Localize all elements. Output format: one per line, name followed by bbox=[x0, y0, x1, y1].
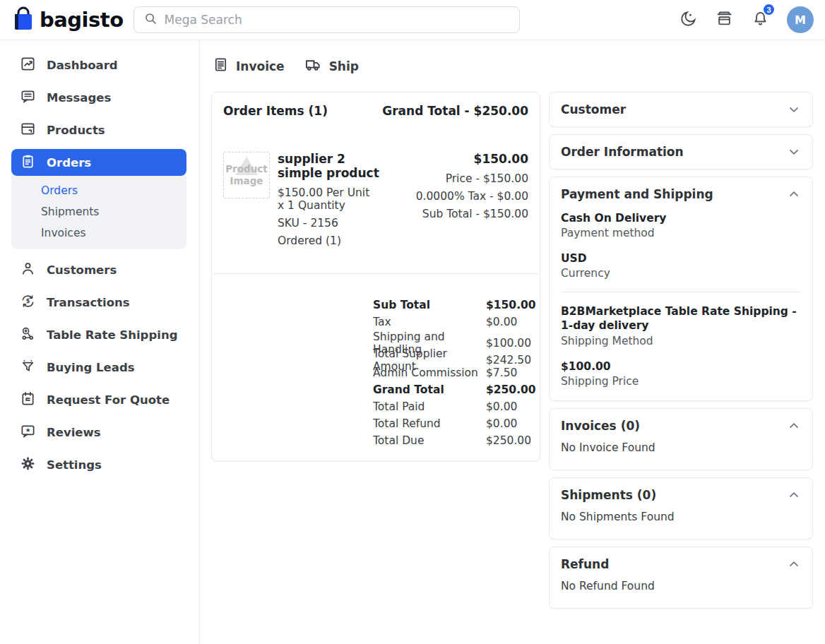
sidebar-item-label: Orders bbox=[47, 156, 91, 169]
product-tax-line: 0.0000% Tax - $0.00 bbox=[387, 190, 528, 203]
sidebar-item-dashboard[interactable]: Dashboard bbox=[0, 49, 199, 81]
sidebar: Dashboard Messages Products bbox=[0, 40, 200, 644]
total-row-grand-total: Grand Total$250.00 bbox=[373, 381, 528, 398]
delivery-scooter-icon bbox=[20, 326, 36, 345]
bagisto-logo[interactable]: bagisto bbox=[11, 5, 124, 35]
storefront-button[interactable] bbox=[715, 9, 734, 30]
no-shipments-text: No Shipments Found bbox=[561, 502, 801, 529]
order-items-title: Order Items (1) bbox=[223, 104, 328, 118]
panel-divider bbox=[561, 292, 801, 292]
orders-submenu: Orders Shipments Invoices bbox=[11, 176, 186, 249]
customer-panel: Customer bbox=[549, 92, 813, 127]
sidebar-item-messages[interactable]: Messages bbox=[0, 81, 199, 114]
product-image-placeholder: Product Image bbox=[223, 152, 270, 198]
product-unit-line: $150.00 Per Unit x 1 Quantity bbox=[278, 186, 379, 212]
placeholder-text: Product Image bbox=[224, 163, 269, 187]
ship-button[interactable]: Ship bbox=[304, 56, 359, 76]
submenu-label: Orders bbox=[41, 184, 78, 197]
mega-search[interactable] bbox=[133, 6, 520, 33]
product-price-line: Price - $150.00 bbox=[387, 172, 528, 185]
submenu-label: Shipments bbox=[41, 205, 99, 218]
sidebar-item-label: Settings bbox=[47, 458, 102, 472]
dark-mode-toggle[interactable] bbox=[679, 9, 698, 30]
panel-title: Shipments (0) bbox=[561, 488, 656, 502]
avatar[interactable]: M bbox=[787, 6, 814, 33]
submenu-item-orders[interactable]: Orders bbox=[11, 180, 186, 201]
submenu-label: Invoices bbox=[41, 227, 86, 239]
sidebar-item-label: Reviews bbox=[47, 426, 101, 439]
sidebar-item-products[interactable]: Products bbox=[0, 114, 199, 146]
shipments-panel: Shipments (0) No Shipments Found bbox=[549, 477, 813, 539]
submenu-item-invoices[interactable]: Invoices bbox=[11, 222, 186, 244]
sidebar-item-buying-leads[interactable]: Buying Leads bbox=[0, 351, 199, 383]
order-items-card: Order Items (1) Grand Total - $250.00 Pr… bbox=[211, 92, 540, 461]
transactions-icon: $ bbox=[20, 293, 36, 312]
sidebar-item-transactions[interactable]: $ Transactions bbox=[0, 286, 199, 318]
sidebar-item-label: Customers bbox=[47, 263, 117, 277]
products-icon bbox=[20, 121, 36, 140]
panel-title: Order Information bbox=[561, 145, 684, 159]
sidebar-item-reviews[interactable]: ★ Reviews bbox=[0, 416, 199, 448]
panel-title: Customer bbox=[561, 102, 626, 117]
sidebar-item-request-for-quote[interactable]: Request For Quote bbox=[0, 383, 199, 416]
order-information-panel-header[interactable]: Order Information bbox=[561, 145, 801, 159]
total-row-refund: Total Refund$0.00 bbox=[373, 415, 528, 432]
total-row-supplier-amount: Total Supplier Amount$242.50 bbox=[373, 347, 528, 364]
total-row-admin-commission: Admin Commission$7.50 bbox=[373, 364, 528, 381]
sidebar-item-label: Products bbox=[47, 124, 105, 137]
orders-icon bbox=[20, 153, 36, 172]
messages-icon bbox=[20, 88, 36, 107]
shipments-panel-header[interactable]: Shipments (0) bbox=[561, 488, 801, 502]
panel-title: Payment and Shipping bbox=[561, 187, 713, 201]
funnel-icon bbox=[20, 358, 36, 377]
svg-text:★: ★ bbox=[25, 427, 31, 434]
sidebar-item-label: Messages bbox=[47, 91, 111, 105]
sidebar-item-orders[interactable]: Orders bbox=[11, 149, 186, 176]
total-row-shipping: Shipping and Handling$100.00 bbox=[373, 330, 528, 347]
refund-panel-header[interactable]: Refund bbox=[561, 557, 801, 571]
gear-icon bbox=[20, 455, 36, 475]
panel-title: Invoices (0) bbox=[561, 419, 640, 433]
notifications-button[interactable]: 3 bbox=[751, 9, 770, 30]
currency: USD Currency bbox=[561, 251, 801, 280]
sidebar-item-customers[interactable]: Customers bbox=[0, 254, 199, 286]
payment-shipping-panel-header[interactable]: Payment and Shipping bbox=[561, 187, 801, 201]
main-content: Invoice Ship Order Items (1) Grand Tot bbox=[200, 40, 825, 644]
svg-text:$: $ bbox=[26, 297, 30, 304]
payment-shipping-panel: Payment and Shipping Cash On Delivery Pa… bbox=[549, 177, 813, 401]
order-actions: Invoice Ship bbox=[213, 56, 814, 76]
chevron-down-icon bbox=[787, 145, 801, 159]
store-icon bbox=[715, 9, 734, 30]
chevron-up-icon bbox=[787, 419, 801, 433]
shipping-price: $100.00 Shipping Price bbox=[561, 359, 801, 388]
sidebar-item-label: Request For Quote bbox=[47, 393, 170, 407]
search-input[interactable] bbox=[165, 13, 511, 27]
chevron-up-icon bbox=[787, 488, 801, 502]
truck-icon bbox=[304, 56, 322, 76]
submenu-item-shipments[interactable]: Shipments bbox=[11, 201, 186, 222]
sidebar-item-table-rate-shipping[interactable]: Table Rate Shipping bbox=[0, 318, 199, 351]
product-ordered: Ordered (1) bbox=[278, 234, 379, 247]
product-subtotal-line: Sub Total - $150.00 bbox=[387, 208, 528, 220]
invoices-panel-header[interactable]: Invoices (0) bbox=[561, 419, 801, 433]
customers-icon bbox=[20, 261, 36, 280]
shipping-method: B2BMarketplace Table Rate Shipping - 1-d… bbox=[561, 304, 801, 347]
panel-title: Refund bbox=[561, 557, 609, 571]
no-refund-text: No Refund Found bbox=[561, 571, 801, 598]
grand-total-header: Grand Total - $250.00 bbox=[382, 104, 528, 118]
chevron-down-icon bbox=[787, 102, 801, 117]
payment-method: Cash On Delivery Payment method bbox=[561, 211, 801, 239]
sidebar-item-settings[interactable]: Settings bbox=[0, 448, 199, 481]
customer-panel-header[interactable]: Customer bbox=[561, 102, 801, 117]
total-row-paid: Total Paid$0.00 bbox=[373, 398, 528, 415]
invoices-panel: Invoices (0) No Invoice Found bbox=[549, 408, 813, 470]
order-side-panels: Customer Order Information bbox=[549, 92, 813, 609]
invoice-button[interactable]: Invoice bbox=[213, 56, 285, 76]
quote-document-icon bbox=[20, 390, 36, 410]
sidebar-item-label: Buying Leads bbox=[47, 361, 135, 374]
search-icon bbox=[143, 11, 158, 29]
moon-icon bbox=[679, 9, 698, 30]
product-row: Product Image supplier 2 simple product … bbox=[223, 152, 528, 252]
product-sku: SKU - 2156 bbox=[278, 217, 379, 229]
card-divider bbox=[212, 273, 540, 274]
